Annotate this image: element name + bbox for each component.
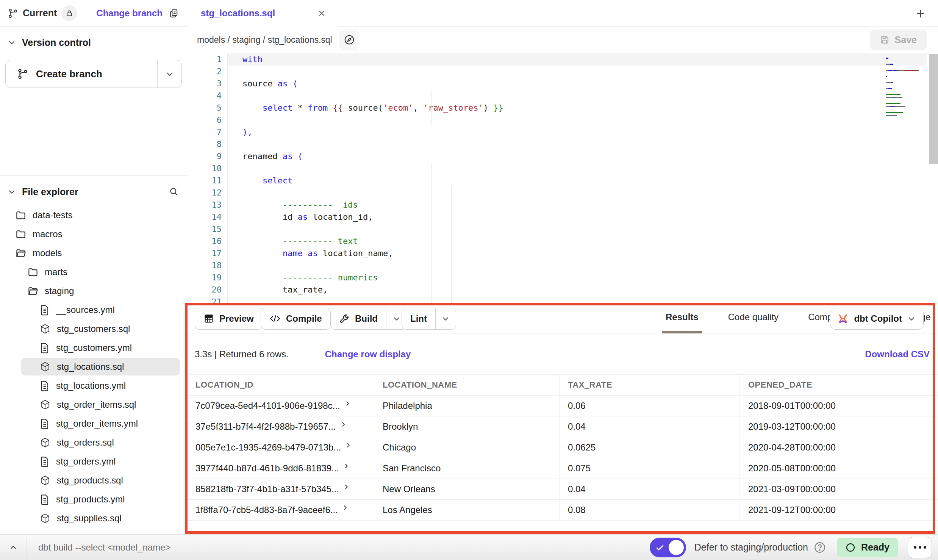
table-cell: 0.06 (560, 396, 740, 416)
file-explorer-item-stg-order-items-yml[interactable]: stg_order_items.yml (0, 414, 187, 433)
file-explorer-item-stg-order-items-sql[interactable]: stg_order_items.sql (0, 395, 187, 414)
version-control-header[interactable]: Version control (0, 33, 187, 52)
code-line-4[interactable]: 4 (187, 90, 938, 102)
expand-row-icon[interactable] (342, 504, 349, 511)
code-line-14[interactable]: 14 id as location_id, (187, 211, 938, 223)
code-line-19[interactable]: 19 ---------- numerics (187, 272, 938, 284)
preview-button[interactable]: Preview (195, 308, 263, 330)
file-explorer-item-stg-customers-yml[interactable]: stg_customers.yml (0, 338, 187, 357)
editor-scrollbar[interactable] (929, 54, 938, 164)
dbt-ide-app: Current Change branch Version control (0, 0, 938, 560)
code-line-7[interactable]: 7), (187, 126, 938, 138)
file-explorer-item-stg-products-yml[interactable]: stg_products.yml (0, 490, 187, 509)
minimap-line (886, 90, 928, 93)
code-line-13[interactable]: 13 ---------- ids (187, 199, 938, 211)
code-line-1[interactable]: 1with (187, 53, 938, 66)
file-icon (39, 342, 50, 354)
close-icon[interactable] (317, 9, 326, 18)
chevron-up-icon[interactable] (0, 535, 27, 560)
file-explorer-item-models[interactable]: models (0, 244, 187, 263)
line-number: 20 (187, 284, 222, 296)
expand-row-icon[interactable] (344, 400, 351, 407)
compile-button[interactable]: Compile (261, 308, 331, 330)
code-line-2[interactable]: 2 (187, 66, 938, 78)
change-row-display-link[interactable]: Change row display (325, 349, 411, 360)
file-explorer-item-stg-orders-yml[interactable]: stg_orders.yml (0, 452, 187, 471)
change-branch-link[interactable]: Change branch (96, 8, 163, 19)
code-line-5[interactable]: 5 select * from {{ source('ecom', 'raw_s… (187, 102, 938, 114)
line-number: 5 (187, 102, 222, 114)
file-name: stg_customers.sql (57, 324, 130, 334)
save-button[interactable]: Save (870, 30, 927, 50)
command-input[interactable]: dbt build --select <model_name> (38, 542, 650, 553)
minimap[interactable] (886, 57, 928, 120)
minimap-line (886, 117, 928, 120)
file-explorer-item-marts[interactable]: marts (0, 263, 187, 282)
line-number: 21 (187, 296, 222, 303)
code-line-10[interactable]: 10 (187, 163, 938, 175)
compass-icon[interactable] (339, 30, 360, 50)
help-icon[interactable] (813, 541, 826, 554)
line-number: 14 (187, 211, 222, 223)
code-line-18[interactable]: 18 (187, 260, 938, 272)
download-csv-link[interactable]: Download CSV (865, 349, 930, 360)
tab-stg-locations[interactable]: stg_locations.sql (187, 0, 337, 27)
file-explorer-item-stg-supplies-sql[interactable]: stg_supplies.sql (0, 509, 187, 528)
code-line-3[interactable]: 3source as ( (187, 78, 938, 90)
code-editor[interactable]: 1with23source as (45 select * from {{ so… (187, 53, 938, 303)
code-text: with (242, 53, 263, 66)
build-button[interactable]: Build (330, 308, 407, 330)
code-line-8[interactable]: 8 (187, 138, 938, 150)
table-row: 005e7e1c-1935-4269-b479-0713b...Chicago0… (187, 437, 938, 458)
file-explorer-item-stg-customers-sql[interactable]: stg_customers.sql (0, 319, 187, 338)
code-line-16[interactable]: 16 ---------- text (187, 235, 938, 247)
results-tab-code-quality[interactable]: Code quality (724, 303, 782, 333)
dbt-copilot-button[interactable]: dbt Copilot (830, 308, 924, 330)
code-line-6[interactable]: 6 (187, 114, 938, 126)
file-explorer-item--sources-yml[interactable]: __sources.yml (0, 300, 187, 319)
folder-icon (15, 228, 27, 240)
defer-toggle[interactable] (650, 538, 686, 557)
expand-row-icon[interactable] (343, 463, 350, 469)
file-explorer-item-staging[interactable]: staging (0, 282, 187, 300)
code-line-17[interactable]: 17 name as location_name, (187, 247, 938, 260)
expand-row-icon[interactable] (340, 421, 347, 428)
table-cell: 858218fb-73f7-4b1b-a31f-57b345... (187, 479, 374, 499)
table-cell: 1f8ffa70-7cb5-4d83-8a7f-9aceef6... (187, 500, 374, 520)
code-line-12[interactable]: 12 (187, 187, 938, 199)
model-icon (39, 323, 51, 335)
results-tab-results[interactable]: Results (662, 303, 702, 333)
table-cell: 0.075 (560, 458, 740, 479)
minimap-line (886, 99, 928, 102)
code-text: source as ( (242, 78, 298, 90)
lint-button[interactable]: Lint (402, 308, 456, 330)
create-branch-button[interactable]: Create branch (5, 60, 182, 88)
file-explorer-item-stg-locations-sql[interactable]: stg_locations.sql (0, 357, 187, 376)
table-cell: 2018-09-01T00:00:00 (740, 396, 938, 416)
file-explorer-header[interactable]: File explorer (0, 181, 187, 202)
file-explorer-item-stg-locations-yml[interactable]: stg_locations.yml (0, 376, 187, 395)
code-line-21[interactable]: 21 (187, 296, 938, 303)
code-line-11[interactable]: 11 select (187, 175, 938, 187)
file-explorer-item-macros[interactable]: macros (0, 225, 187, 244)
code-line-20[interactable]: 20 tax_rate, (187, 284, 938, 296)
code-line-15[interactable]: 15 (187, 223, 938, 235)
results-panel: Preview Compile (187, 303, 938, 534)
expand-row-icon[interactable] (343, 483, 350, 490)
minimap-line (886, 60, 928, 63)
create-branch-dropdown[interactable] (157, 60, 181, 88)
copy-icon[interactable] (169, 8, 179, 19)
lint-dropdown[interactable] (435, 308, 456, 329)
code-line-9[interactable]: 9renamed as ( (187, 150, 938, 163)
file-explorer-item-data-tests[interactable]: data-tests (0, 206, 187, 225)
file-explorer-item-stg-orders-sql[interactable]: stg_orders.sql (0, 433, 187, 452)
more-options-button[interactable] (908, 537, 932, 558)
table-header-row: LOCATION_IDLOCATION_NAMETAX_RATEOPENED_D… (187, 374, 938, 396)
new-tab-button[interactable] (914, 7, 927, 20)
expand-row-icon[interactable] (345, 442, 352, 449)
file-explorer-item-stg-products-sql[interactable]: stg_products.sql (0, 471, 187, 490)
search-icon[interactable] (169, 186, 179, 197)
model-icon (39, 475, 51, 486)
file-name: marts (45, 267, 67, 277)
code-text: tax_rate, (242, 284, 328, 296)
